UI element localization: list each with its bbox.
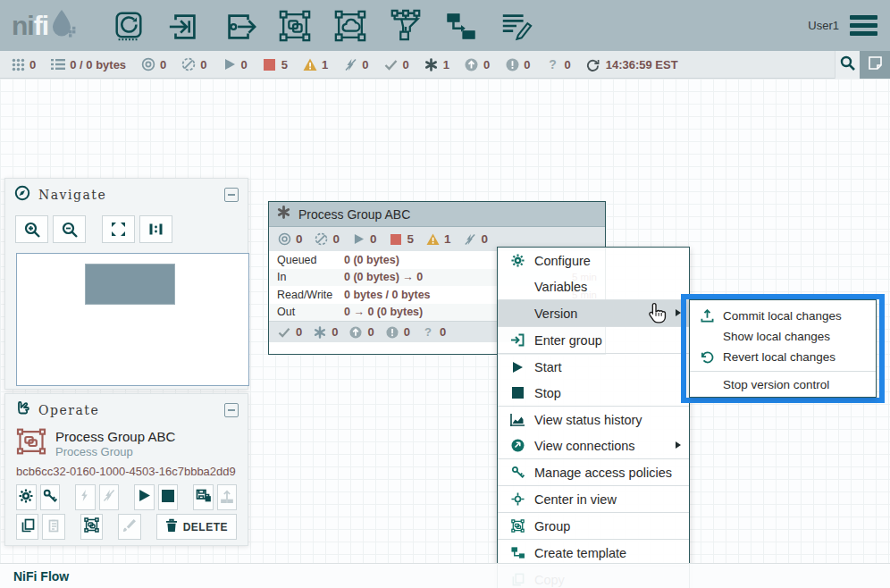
- locally-modified-stale-icon: [505, 57, 519, 71]
- process-group-name: Process Group ABC: [298, 207, 410, 222]
- minimap-component-rect: [85, 264, 175, 305]
- enable-button[interactable]: [75, 484, 96, 510]
- stopped-icon: [389, 232, 403, 247]
- navigate-header: Navigate: [5, 179, 248, 211]
- birdseye-minimap[interactable]: [16, 253, 249, 386]
- color-button[interactable]: [118, 514, 140, 540]
- locally-modified-stale-icon: [385, 325, 399, 340]
- start-button[interactable]: [134, 484, 155, 510]
- locally-modified-icon: [424, 57, 439, 71]
- group-button[interactable]: [80, 514, 103, 540]
- configuration-button[interactable]: [16, 484, 37, 510]
- search-button[interactable]: [835, 51, 860, 79]
- access-policies-button[interactable]: [40, 484, 61, 510]
- menu-item-center-in-view[interactable]: Center in view: [498, 486, 689, 512]
- stop-icon: [162, 490, 174, 506]
- menu-item-stop[interactable]: Stop: [498, 380, 689, 406]
- operate-buttons-row-2: DELETE: [5, 514, 248, 540]
- change-version-icon: [220, 489, 234, 507]
- process-group-glyph-icon: [16, 428, 46, 458]
- droplet-icon: [50, 9, 77, 43]
- collapse-operate-button[interactable]: [224, 403, 239, 417]
- menu-item-view-status-history[interactable]: View status history: [498, 407, 689, 433]
- submenu-item-stop-version-control[interactable]: Stop version control: [690, 374, 876, 395]
- remote-process-group-icon[interactable]: [332, 8, 368, 44]
- zoom-actual-size-button[interactable]: [139, 215, 172, 243]
- submenu-item-show-local-changes[interactable]: Show local changes: [690, 326, 876, 347]
- change-version-button[interactable]: [217, 484, 238, 510]
- copy-button[interactable]: [16, 514, 38, 540]
- stopped-icon: [263, 57, 277, 71]
- submenu-item-revert-local-changes[interactable]: Revert local changes: [690, 347, 876, 367]
- enter-group-icon: [508, 332, 526, 348]
- stat-locally-modified-stale: 0: [505, 57, 530, 71]
- stat-disabled: 0: [343, 57, 368, 71]
- menu-item-variables[interactable]: Variables: [498, 273, 689, 299]
- stop-button[interactable]: [158, 484, 179, 510]
- menu-item-manage-access-policies[interactable]: Manage access policies: [498, 459, 689, 485]
- submenu-separator: [690, 371, 876, 372]
- funnel-icon[interactable]: [388, 8, 424, 44]
- processor-icon[interactable]: [111, 8, 147, 44]
- key-icon: [43, 489, 57, 507]
- menu-item-view-connections[interactable]: View connections: [498, 433, 689, 458]
- output-port-icon[interactable]: [222, 8, 257, 44]
- context-menu: Configure Variables Version Enter group …: [497, 247, 690, 588]
- not-transmitting-icon: [315, 232, 329, 247]
- locally-modified-icon: [277, 206, 290, 223]
- breadcrumb[interactable]: NiFi Flow: [13, 569, 69, 584]
- stat-sync-failure: ? 0: [545, 57, 570, 71]
- lightning-slash-icon: [103, 489, 115, 506]
- no-icon: [699, 378, 716, 392]
- menu-item-configure[interactable]: Configure: [498, 248, 689, 273]
- outline-toggle-button[interactable]: [860, 51, 890, 79]
- note-icon: [868, 55, 883, 74]
- up-to-date-icon: [277, 325, 291, 340]
- paste-button[interactable]: [42, 514, 64, 540]
- refresh-icon: [586, 57, 600, 71]
- input-port-icon[interactable]: [166, 8, 202, 44]
- no-icon: [508, 306, 526, 321]
- nifi-app: nifi: [0, 0, 890, 588]
- process-group-icon[interactable]: [277, 8, 313, 44]
- logo-text-fi: fi: [34, 11, 48, 41]
- zoom-out-button[interactable]: [53, 215, 86, 243]
- stat-not-transmitting: 0: [181, 57, 206, 71]
- stat-queued: 0 / 0 bytes: [51, 57, 126, 71]
- menu-item-enter-group[interactable]: Enter group: [498, 327, 689, 353]
- breadcrumb-bar: NiFi Flow: [0, 563, 890, 588]
- current-user-label: User1: [808, 19, 839, 32]
- running-icon: [222, 57, 237, 71]
- submenu-arrow-icon: [676, 441, 681, 449]
- operate-palette: Operate Process Group ABC Process Group …: [4, 393, 248, 546]
- menu-item-start[interactable]: Start: [498, 354, 689, 380]
- menu-item-group[interactable]: Group: [498, 513, 689, 539]
- undo-icon: [699, 350, 716, 365]
- save-flow-version-button[interactable]: [193, 484, 214, 510]
- label-icon[interactable]: [499, 8, 534, 44]
- stat-stopped: 5: [263, 57, 288, 71]
- not-transmitting-icon: [181, 57, 196, 71]
- invalid-icon: [425, 232, 440, 247]
- selected-component-name: Process Group ABC: [55, 429, 175, 444]
- stat-active-threads: 0: [11, 57, 36, 71]
- submenu-item-commit-local-changes[interactable]: Commit local changes: [690, 306, 876, 326]
- compass-icon: [14, 185, 30, 205]
- global-menu-button[interactable]: [850, 15, 877, 36]
- stat-refresh[interactable]: 14:36:59 EST: [586, 57, 678, 71]
- delete-button[interactable]: DELETE: [156, 514, 237, 540]
- nifi-logo: nifi: [12, 9, 77, 43]
- flow-canvas[interactable]: Process Group ABC 0 0 0 5 1 0 Queued 0 (…: [0, 79, 890, 563]
- no-icon: [699, 330, 716, 344]
- hand-cursor: [648, 302, 668, 328]
- sync-failure-icon: ?: [421, 325, 435, 340]
- menu-item-create-template[interactable]: Create template: [498, 540, 689, 566]
- paste-icon: [46, 518, 61, 536]
- disable-button[interactable]: [99, 484, 120, 510]
- group-icon: [84, 517, 99, 536]
- zoom-in-button[interactable]: [15, 215, 48, 243]
- template-icon[interactable]: [443, 8, 479, 44]
- collapse-navigate-button[interactable]: [224, 188, 239, 202]
- zoom-fit-button[interactable]: [102, 215, 135, 243]
- sync-failure-icon: ?: [545, 57, 559, 71]
